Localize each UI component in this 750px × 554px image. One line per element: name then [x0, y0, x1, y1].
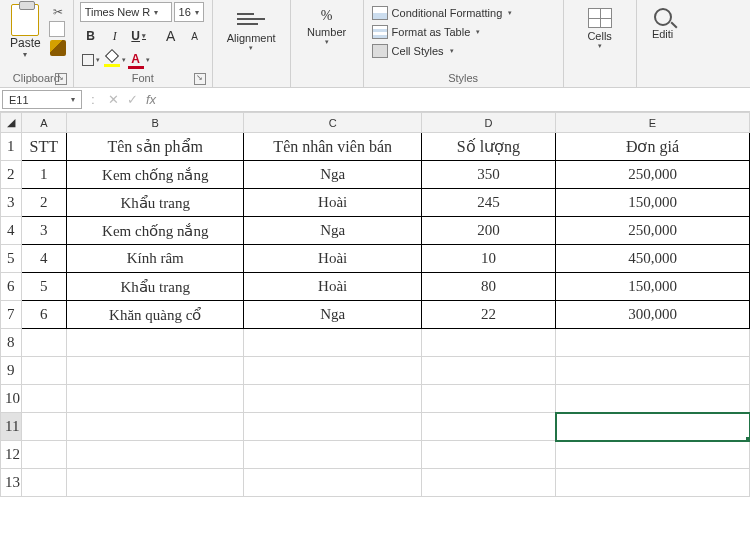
clipboard-dialog-launcher[interactable]: ↘ — [55, 73, 67, 85]
cell-a7[interactable]: 6 — [21, 301, 66, 329]
cell-d8[interactable] — [421, 329, 555, 357]
cell-e4[interactable]: 250,000 — [556, 217, 750, 245]
cell-b9[interactable] — [67, 357, 244, 385]
row-header[interactable]: 12 — [1, 441, 22, 469]
cell-d1[interactable]: Số lượng — [421, 133, 555, 161]
paste-button[interactable]: Paste ▾ — [6, 2, 45, 61]
underline-button[interactable]: U — [128, 26, 150, 46]
cell-styles-button[interactable]: Cell Styles ▾ — [370, 42, 515, 60]
row-header[interactable]: 9 — [1, 357, 22, 385]
cell-b4[interactable]: Kem chống nắng — [67, 217, 244, 245]
bold-button[interactable]: B — [80, 26, 102, 46]
row-header[interactable]: 7 — [1, 301, 22, 329]
number-button[interactable]: % Number ▾ — [297, 2, 357, 46]
cell-e3[interactable]: 150,000 — [556, 189, 750, 217]
cell-e1[interactable]: Đơn giá — [556, 133, 750, 161]
cell-a2[interactable]: 1 — [21, 161, 66, 189]
name-box[interactable]: E11 ▾ — [2, 90, 82, 109]
cell-c2[interactable]: Nga — [244, 161, 421, 189]
cell-c9[interactable] — [244, 357, 421, 385]
row-header[interactable]: 3 — [1, 189, 22, 217]
cell-d7[interactable]: 22 — [421, 301, 555, 329]
shrink-font-button[interactable]: A — [184, 26, 206, 46]
cell-d12[interactable] — [421, 441, 555, 469]
font-color-button[interactable]: A — [128, 50, 150, 70]
cell-b8[interactable] — [67, 329, 244, 357]
conditional-formatting-button[interactable]: Conditional Formatting ▾ — [370, 4, 515, 22]
cell-c5[interactable]: Hoài — [244, 245, 421, 273]
cell-b5[interactable]: Kính râm — [67, 245, 244, 273]
cell-e5[interactable]: 450,000 — [556, 245, 750, 273]
fill-color-button[interactable] — [104, 50, 126, 70]
cell-c8[interactable] — [244, 329, 421, 357]
cell-b7[interactable]: Khăn quàng cổ — [67, 301, 244, 329]
cell-d3[interactable]: 245 — [421, 189, 555, 217]
alignment-button[interactable]: Alignment ▾ — [219, 2, 284, 52]
col-header-b[interactable]: B — [67, 113, 244, 133]
cell-a6[interactable]: 5 — [21, 273, 66, 301]
cell-b6[interactable]: Khẩu trang — [67, 273, 244, 301]
cell-e8[interactable] — [556, 329, 750, 357]
row-header[interactable]: 2 — [1, 161, 22, 189]
cell-e12[interactable] — [556, 441, 750, 469]
enter-formula-button[interactable]: ✓ — [127, 92, 138, 107]
col-header-d[interactable]: D — [421, 113, 555, 133]
row-header[interactable]: 6 — [1, 273, 22, 301]
row-header[interactable]: 8 — [1, 329, 22, 357]
cell-a1[interactable]: STT — [21, 133, 66, 161]
editing-button[interactable]: Editi — [643, 2, 683, 40]
cell-d13[interactable] — [421, 469, 555, 497]
copy-button[interactable] — [49, 22, 67, 38]
row-header[interactable]: 4 — [1, 217, 22, 245]
cell-d11[interactable] — [421, 413, 555, 441]
cell-c1[interactable]: Tên nhân viên bán — [244, 133, 421, 161]
cell-d2[interactable]: 350 — [421, 161, 555, 189]
cell-a8[interactable] — [21, 329, 66, 357]
cell-a10[interactable] — [21, 385, 66, 413]
cell-b11[interactable] — [67, 413, 244, 441]
fx-button[interactable]: fx — [146, 92, 156, 107]
cell-e9[interactable] — [556, 357, 750, 385]
cell-b13[interactable] — [67, 469, 244, 497]
cell-a9[interactable] — [21, 357, 66, 385]
font-size-combo[interactable]: 16▾ — [174, 2, 204, 22]
cell-a12[interactable] — [21, 441, 66, 469]
cell-e10[interactable] — [556, 385, 750, 413]
cell-c12[interactable] — [244, 441, 421, 469]
cell-c13[interactable] — [244, 469, 421, 497]
row-header[interactable]: 10 — [1, 385, 22, 413]
font-dialog-launcher[interactable]: ↘ — [194, 73, 206, 85]
row-header[interactable]: 11 — [1, 413, 22, 441]
cell-c6[interactable]: Hoài — [244, 273, 421, 301]
cell-b12[interactable] — [67, 441, 244, 469]
cell-b1[interactable]: Tên sản phẩm — [67, 133, 244, 161]
cell-a5[interactable]: 4 — [21, 245, 66, 273]
cell-d10[interactable] — [421, 385, 555, 413]
cell-a11[interactable] — [21, 413, 66, 441]
row-header[interactable]: 1 — [1, 133, 22, 161]
cell-a3[interactable]: 2 — [21, 189, 66, 217]
cell-b2[interactable]: Kem chống nắng — [67, 161, 244, 189]
cell-e2[interactable]: 250,000 — [556, 161, 750, 189]
cell-c7[interactable]: Nga — [244, 301, 421, 329]
cell-d9[interactable] — [421, 357, 555, 385]
cell-c3[interactable]: Hoài — [244, 189, 421, 217]
cells-button[interactable]: Cells ▾ — [570, 2, 630, 50]
cell-d6[interactable]: 80 — [421, 273, 555, 301]
italic-button[interactable]: I — [104, 26, 126, 46]
cell-d4[interactable]: 200 — [421, 217, 555, 245]
borders-button[interactable] — [80, 50, 102, 70]
cut-button[interactable] — [49, 4, 67, 20]
cell-c11[interactable] — [244, 413, 421, 441]
spreadsheet-grid[interactable]: ◢ A B C D E 1STTTên sản phẩmTên nhân viê… — [0, 112, 750, 554]
col-header-c[interactable]: C — [244, 113, 421, 133]
format-as-table-button[interactable]: Format as Table ▾ — [370, 23, 515, 41]
formula-input[interactable] — [162, 88, 750, 111]
select-all-corner[interactable]: ◢ — [1, 113, 22, 133]
row-header[interactable]: 5 — [1, 245, 22, 273]
cell-a4[interactable]: 3 — [21, 217, 66, 245]
font-name-combo[interactable]: Times New R▾ — [80, 2, 172, 22]
cell-c10[interactable] — [244, 385, 421, 413]
cell-b3[interactable]: Khẩu trang — [67, 189, 244, 217]
col-header-a[interactable]: A — [21, 113, 66, 133]
